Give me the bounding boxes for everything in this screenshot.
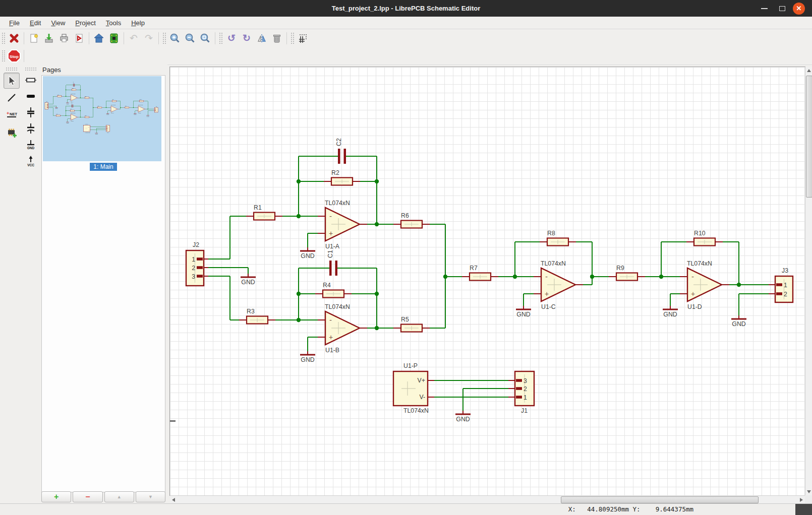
gnd-symbol[interactable]: GND xyxy=(300,251,315,260)
tool-resistor-filled[interactable] xyxy=(23,89,38,104)
toolbar-drag-handle[interactable] xyxy=(162,32,166,44)
schematic-canvas[interactable]: R1R2R3R4R5R6R7R8R9R10C2C1-+TL074xNU1-A-+… xyxy=(170,67,805,495)
resistor-R4[interactable]: R4 xyxy=(323,282,344,298)
zoom-out-button[interactable] xyxy=(183,31,198,46)
scroll-left-arrow[interactable] xyxy=(172,498,175,502)
resistor-R9[interactable]: R9 xyxy=(616,265,637,281)
vertical-scrollbar[interactable] xyxy=(805,67,812,495)
tool-add-component[interactable] xyxy=(4,124,20,140)
menu-edit[interactable]: Edit xyxy=(25,18,46,28)
resistor-R5[interactable]: R5 xyxy=(401,316,422,332)
vertical-scroll-thumb[interactable] xyxy=(806,76,812,198)
net-junction[interactable] xyxy=(590,275,594,279)
print-button[interactable] xyxy=(56,31,72,46)
new-sheet-button[interactable] xyxy=(26,31,41,46)
zoom-in-button[interactable] xyxy=(167,31,183,46)
toolbar-drag-handle[interactable] xyxy=(219,32,222,44)
capacitor-C1[interactable]: C1 xyxy=(327,250,337,276)
tool-draw-wire[interactable] xyxy=(4,90,20,106)
close-project-button[interactable] xyxy=(7,31,22,46)
gnd-symbol[interactable]: GND xyxy=(455,414,471,423)
remove-page-button[interactable]: − xyxy=(73,491,102,502)
page-thumbnail[interactable] xyxy=(43,76,161,161)
scroll-down-arrow[interactable] xyxy=(807,490,811,493)
menu-file[interactable]: File xyxy=(4,18,25,28)
toolbar-drag-handle[interactable] xyxy=(2,50,5,62)
rotate-ccw-button[interactable]: ↺ xyxy=(224,31,239,46)
page-item-main[interactable]: 1: Main xyxy=(90,163,117,171)
control-panel-button[interactable] xyxy=(91,31,106,46)
stop-button[interactable]: Stop xyxy=(7,48,22,63)
opamp-U1-C[interactable]: -+TL074xNU1-C xyxy=(541,260,575,310)
gnd-symbol[interactable]: GND xyxy=(731,319,746,328)
undo-button[interactable]: ↶ xyxy=(126,31,141,46)
delete-button[interactable] xyxy=(269,31,284,46)
tool-vcc[interactable]: VCC xyxy=(23,153,38,168)
net-junction[interactable] xyxy=(659,275,663,279)
horizontal-scroll-thumb[interactable] xyxy=(561,496,759,503)
gnd-symbol[interactable]: GND xyxy=(300,355,315,363)
connector-J3[interactable]: 12J3 xyxy=(775,267,793,302)
mirror-button[interactable] xyxy=(254,31,269,46)
net-junction[interactable] xyxy=(297,292,301,296)
power-block-U1-P[interactable]: V+V-U1-PTL074xN xyxy=(393,362,429,414)
minimize-button[interactable] xyxy=(757,0,772,17)
gnd-symbol[interactable]: GND xyxy=(241,277,256,286)
net-junction[interactable] xyxy=(737,283,741,287)
capacitor-C2[interactable]: C2 xyxy=(335,138,346,164)
tool-capacitor[interactable] xyxy=(23,105,38,120)
grid-settings-button[interactable] xyxy=(296,31,311,46)
toolbar-drag-handle[interactable] xyxy=(291,32,294,44)
resistor-R7[interactable]: R7 xyxy=(470,265,491,281)
opamp-U1-D[interactable]: -+TL074xNU1-D xyxy=(687,260,722,310)
net-junction[interactable] xyxy=(297,318,301,322)
net-junction[interactable] xyxy=(375,179,379,183)
toolbar-drag-handle[interactable] xyxy=(2,32,5,44)
redo-button[interactable]: ↷ xyxy=(141,31,156,46)
scroll-right-arrow[interactable] xyxy=(800,498,803,502)
tool-gnd[interactable]: GND xyxy=(23,137,38,152)
gnd-symbol[interactable]: GND xyxy=(663,309,678,318)
maximize-button[interactable] xyxy=(775,0,790,17)
rotate-cw-button[interactable]: ↻ xyxy=(239,31,254,46)
add-page-button[interactable]: + xyxy=(41,491,71,502)
toolbar-drag-handle[interactable] xyxy=(25,67,37,71)
toolbar-drag-handle[interactable] xyxy=(6,67,18,71)
resistor-R1[interactable]: R1 xyxy=(254,204,275,220)
net-junction[interactable] xyxy=(297,214,301,218)
gnd-symbol[interactable]: GND xyxy=(516,309,531,318)
connector-J2[interactable]: 123J2 xyxy=(186,241,204,286)
move-page-down-button[interactable]: ▼ xyxy=(136,491,165,502)
net-junction[interactable] xyxy=(375,326,379,330)
resistor-R10[interactable]: R10 xyxy=(694,230,715,246)
save-button[interactable] xyxy=(41,31,56,46)
move-page-up-button[interactable]: ▲ xyxy=(104,491,134,502)
menu-tools[interactable]: Tools xyxy=(101,18,126,28)
resistor-R3[interactable]: R3 xyxy=(247,308,268,324)
net-junction[interactable] xyxy=(297,179,301,183)
opamp-U1-B[interactable]: -+TL074xNU1-B xyxy=(325,303,360,354)
tool-resistor[interactable] xyxy=(23,73,38,88)
zoom-all-button[interactable] xyxy=(198,31,213,46)
export-pdf-button[interactable] xyxy=(72,31,87,46)
close-button[interactable]: ✕ xyxy=(790,0,807,17)
net-junction[interactable] xyxy=(375,222,379,226)
resistor-R6[interactable]: R6 xyxy=(401,212,422,228)
menu-view[interactable]: View xyxy=(46,18,70,28)
resistor-R8[interactable]: R8 xyxy=(547,230,568,246)
scroll-up-arrow[interactable] xyxy=(807,69,811,72)
tool-select[interactable] xyxy=(4,73,20,89)
connector-J1[interactable]: 321J1 xyxy=(515,371,534,414)
net-junction[interactable] xyxy=(443,275,447,279)
horizontal-scrollbar[interactable] xyxy=(170,495,805,503)
pages-list[interactable]: 1: Main xyxy=(41,75,165,492)
net-junction[interactable] xyxy=(375,292,379,296)
resistor-R2[interactable]: R2 xyxy=(331,169,353,185)
net-junction[interactable] xyxy=(513,275,517,279)
tool-capacitor-polarized[interactable] xyxy=(23,121,38,136)
tool-add-net-label[interactable]: NET+ xyxy=(4,107,20,123)
menu-help[interactable]: Help xyxy=(126,18,150,28)
board-editor-button[interactable] xyxy=(106,31,122,46)
opamp-U1-A[interactable]: -+TL074xNU1-A xyxy=(325,200,360,250)
menu-project[interactable]: Project xyxy=(70,18,100,28)
